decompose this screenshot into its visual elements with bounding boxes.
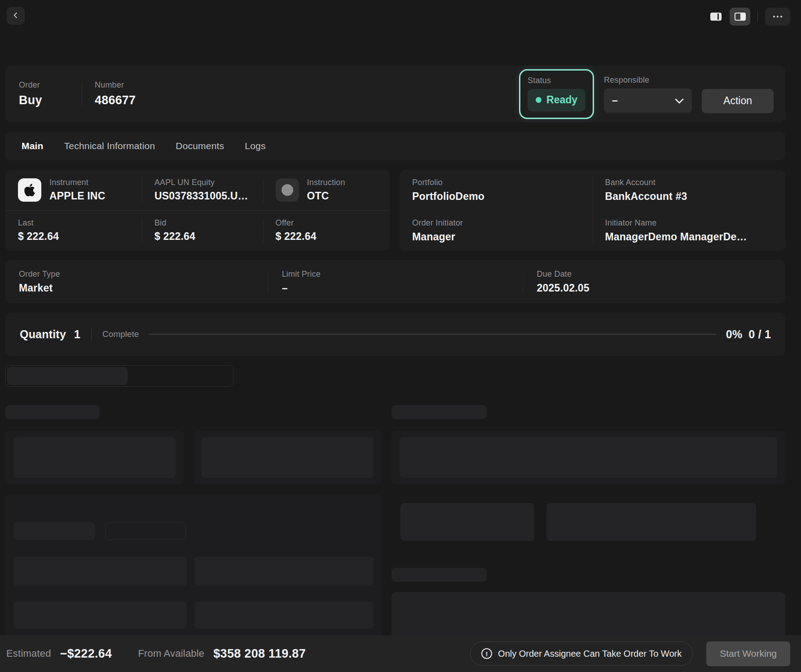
order-type-cell: Order Type Market	[5, 260, 268, 303]
instrument-row: Instrument APPLE INC AAPL UN Equity US03…	[5, 170, 390, 211]
bank-account-label: Bank Account	[605, 178, 775, 187]
responsible-field: Responsible –	[604, 75, 692, 113]
panel-right-filled-icon	[710, 13, 722, 21]
back-button[interactable]	[7, 7, 25, 25]
quantity-label: Quantity	[20, 328, 66, 341]
due-date-value: 2025.02.05	[537, 282, 785, 294]
bank-account-cell: Bank Account BankAccount #3	[593, 170, 786, 210]
tab-technical-information[interactable]: Technical Information	[64, 141, 155, 151]
limit-price-label: Limit Price	[282, 270, 523, 279]
limit-price-cell: Limit Price –	[268, 260, 523, 303]
tab-bar: Main Technical Information Documents Log…	[5, 132, 785, 160]
footer-bar: Estimated −$222.64 From Available $358 2…	[0, 635, 801, 672]
order-number-value: 486677	[95, 93, 136, 107]
assignee-notice: ! Only Order Assignee Can Take Order To …	[470, 641, 693, 666]
last-label: Last	[18, 218, 34, 228]
bid-price-cell: Bid $ 222.64	[142, 211, 263, 251]
quantity-card: Quantity 1 Complete 0% 0 / 1	[5, 313, 785, 356]
ellipsis-icon	[773, 16, 775, 18]
skeleton-card	[392, 431, 785, 484]
initiator-name-label: Initiator Name	[605, 218, 775, 228]
order-page: Order Buy Number 486677 Status Ready Res…	[5, 66, 785, 647]
order-side-field: Order Buy	[19, 80, 72, 107]
exclamation-circle-icon: !	[481, 648, 492, 659]
quantity-value: 1	[74, 328, 80, 341]
info-section: Instrument APPLE INC AAPL UN Equity US03…	[5, 170, 785, 251]
skeleton-chip	[13, 601, 187, 628]
skeleton-outline-container	[5, 365, 233, 387]
divider	[91, 328, 92, 340]
skeleton-card	[5, 431, 184, 484]
apple-logo-icon	[18, 178, 41, 202]
portfolio-card: Portfolio PortfolioDemo Bank Account Ban…	[400, 170, 785, 251]
order-number-label: Number	[95, 80, 136, 90]
responsible-dropdown[interactable]: –	[604, 88, 692, 113]
bid-value: $ 222.64	[154, 230, 195, 243]
status-pill[interactable]: Ready	[528, 89, 585, 111]
estimated-value: −$222.64	[60, 647, 112, 661]
skeleton-chip	[13, 557, 187, 586]
order-details-card: Order Type Market Limit Price – Due Date…	[5, 260, 785, 303]
portfolio-value: PortfolioDemo	[412, 190, 582, 203]
skeleton-chip	[400, 503, 534, 541]
order-initiator-value: Manager	[412, 231, 582, 243]
initiator-name-cell: Initiator Name ManagerDemo ManagerDe…	[593, 210, 786, 251]
status-label: Status	[528, 76, 585, 85]
complete-label: Complete	[102, 329, 139, 339]
chevron-left-icon	[12, 11, 19, 21]
instruction-cell: Instruction OTC	[263, 170, 390, 210]
order-number-field: Number 486677	[95, 80, 136, 107]
status-value: Ready	[546, 94, 577, 106]
tab-logs[interactable]: Logs	[245, 141, 265, 151]
prices-row: Last $ 222.64 Bid $ 222.64 Offer $ 222.6…	[5, 211, 390, 251]
assignee-notice-text: Only Order Assignee Can Take Order To Wo…	[498, 649, 682, 659]
offer-value: $ 222.64	[276, 230, 317, 243]
loading-skeleton-section	[5, 365, 785, 647]
order-initiator-cell: Order Initiator Manager	[400, 210, 593, 251]
panel-right-outline-icon	[735, 13, 746, 21]
equity-cell: AAPL UN Equity US0378331005.U…	[142, 170, 263, 210]
layout-full-button[interactable]	[705, 8, 726, 26]
last-value: $ 222.64	[18, 230, 59, 243]
instruction-circle-icon	[276, 178, 299, 202]
progress-bar	[149, 334, 716, 335]
bank-account-value: BankAccount #3	[605, 190, 775, 203]
status-field-highlighted: Status Ready	[519, 69, 594, 119]
skeleton-chip	[13, 522, 95, 540]
equity-label: AAPL UN Equity	[154, 178, 248, 187]
tab-documents[interactable]: Documents	[176, 141, 224, 151]
due-date-cell: Due Date 2025.02.05	[523, 260, 785, 303]
portfolio-cell: Portfolio PortfolioDemo	[400, 170, 593, 210]
topbar-divider	[757, 11, 758, 22]
from-available-label: From Available	[138, 648, 204, 659]
estimated-label: Estimated	[6, 648, 51, 659]
order-type-value: Market	[19, 282, 268, 294]
initiator-name-value: ManagerDemo ManagerDe…	[605, 231, 775, 243]
bid-label: Bid	[154, 218, 167, 228]
skeleton-chip	[5, 405, 100, 419]
order-initiator-label: Order Initiator	[412, 218, 582, 228]
offer-label: Offer	[276, 218, 294, 228]
order-side-value: Buy	[19, 93, 72, 107]
start-working-button[interactable]: Start Working	[706, 641, 790, 666]
layout-split-button[interactable]	[730, 8, 750, 26]
instruction-label: Instruction	[307, 178, 345, 187]
instruction-value: OTC	[307, 190, 345, 202]
tab-main[interactable]: Main	[22, 141, 44, 151]
skeleton-chip	[7, 367, 128, 385]
instrument-label: Instrument	[49, 178, 105, 187]
instrument-value: APPLE INC	[49, 190, 105, 202]
action-button[interactable]: Action	[702, 89, 774, 113]
skeleton-outline-chip	[105, 522, 186, 540]
skeleton-row	[5, 405, 785, 419]
skeleton-card	[194, 431, 382, 484]
skeleton-row	[5, 431, 785, 484]
progress-fraction: 0 / 1	[748, 328, 771, 341]
responsible-value: –	[612, 94, 618, 106]
more-options-button[interactable]	[765, 8, 790, 26]
topbar	[0, 0, 801, 50]
chevron-down-icon	[675, 94, 684, 106]
skeleton-row	[5, 495, 785, 647]
instrument-cell: Instrument APPLE INC	[5, 170, 142, 210]
skeleton-chip	[194, 601, 374, 628]
